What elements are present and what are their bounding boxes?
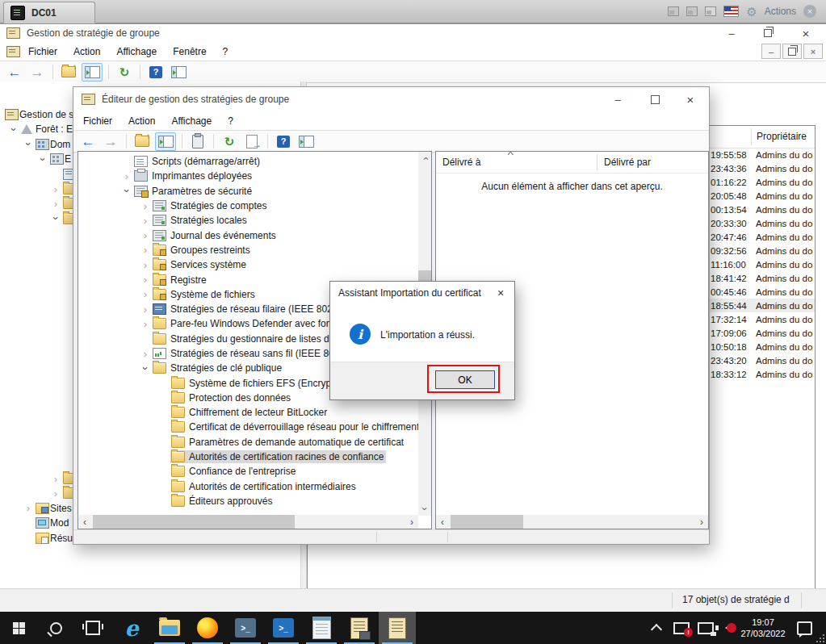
expand-icon[interactable]: › — [139, 349, 152, 359]
refresh-icon[interactable]: ↻ — [115, 64, 134, 81]
up-one-level-icon[interactable] — [132, 133, 152, 150]
action-center-icon[interactable] — [792, 612, 816, 644]
expand-icon[interactable]: › — [139, 201, 152, 211]
tree-item-body[interactable]: Scripts (démarrage/arrêt) — [133, 155, 262, 168]
tree-item[interactable]: Confiance de l'entreprise — [78, 464, 418, 479]
menu-fichier[interactable]: Fichier — [20, 42, 65, 61]
scroll-right-icon[interactable]: › — [695, 515, 708, 529]
tree-item[interactable]: ›Services système — [78, 257, 418, 272]
editor-maximize-button[interactable] — [641, 87, 669, 111]
tree-item-body[interactable]: Stratégies de comptes — [152, 199, 269, 212]
taskbar-internet-explorer-icon[interactable]: e — [113, 612, 150, 644]
scroll-up-icon[interactable]: › — [418, 153, 432, 165]
tree-item[interactable]: Chiffrement de lecteur BitLocker — [78, 405, 418, 420]
tree-item-body[interactable]: Stratégies du gestionnaire de listes de — [152, 332, 337, 345]
expand-icon[interactable]: › — [139, 260, 152, 270]
tree-item[interactable]: Autorités de certification racines de co… — [78, 450, 418, 464]
expand-icon[interactable]: › — [139, 215, 152, 226]
tree-item-body[interactable]: Système de fichiers — [152, 288, 258, 301]
column-header-delivre-a[interactable]: Délivré à — [442, 157, 480, 168]
show-desktop-grip[interactable] — [816, 634, 824, 642]
tree-item-body[interactable]: Stratégies locales — [152, 214, 249, 227]
menu-fenetre[interactable]: Fenêtre — [165, 42, 214, 61]
editor-menu-action[interactable]: Action — [120, 111, 163, 130]
tree-item[interactable]: ›Journal des événements — [78, 228, 418, 242]
tree-item-body[interactable]: Confiance de l'entreprise — [170, 465, 298, 478]
console-tree-toggle-icon[interactable] — [155, 132, 176, 151]
expand-icon[interactable]: › — [50, 184, 61, 194]
scroll-thumb[interactable] — [451, 515, 523, 529]
dialog-close-button[interactable]: × — [487, 282, 514, 304]
column-header-delivre-par[interactable]: Délivré par — [604, 157, 651, 168]
minimize-button[interactable]: – — [718, 24, 745, 42]
editor-minimize-button[interactable]: – — [604, 87, 631, 111]
notification-monitor-icon[interactable]: ! — [670, 612, 693, 644]
tree-item[interactable]: Certificat de déverrouillage réseau pour… — [78, 420, 418, 434]
tree-item-body[interactable]: Protection des données — [170, 391, 293, 404]
taskbar-search-icon[interactable] — [37, 612, 74, 644]
scroll-thumb[interactable] — [93, 515, 295, 529]
tree-item[interactable]: ›Stratégies de comptes — [78, 199, 418, 213]
tree-item[interactable]: ›Paramètres de sécurité — [78, 184, 418, 199]
menu-affichage[interactable]: Affichage — [108, 42, 165, 61]
menu-action[interactable]: Action — [65, 42, 108, 61]
tree-item-body[interactable]: Paramètres de demande automatique de cer… — [170, 436, 406, 449]
taskbar-notepad-icon[interactable] — [303, 612, 340, 644]
expand-icon[interactable]: › — [139, 230, 152, 240]
collapse-icon[interactable]: › — [38, 153, 48, 165]
keyboard-layout-flag-icon[interactable] — [723, 6, 739, 17]
tree-item-body[interactable]: Éditeurs approuvés — [170, 495, 275, 508]
expand-icon[interactable]: › — [139, 304, 152, 315]
network-icon[interactable] — [694, 612, 717, 644]
tree-item-body[interactable]: Autorités de certification racines de co… — [170, 450, 386, 463]
close-button[interactable]: × — [792, 24, 820, 42]
help-icon[interactable]: ? — [274, 133, 293, 150]
ok-button[interactable]: OK — [435, 370, 495, 389]
forward-icon[interactable]: → — [27, 64, 47, 81]
new-window-icon[interactable] — [296, 133, 316, 150]
tree-item-body[interactable]: Journal des événements — [152, 229, 279, 242]
taskbar-powershell-ise-icon[interactable]: >_ — [227, 612, 264, 644]
collapse-icon[interactable]: › — [9, 123, 19, 135]
expand-icon[interactable]: › — [50, 474, 61, 484]
tree-item-body[interactable]: Stratégies de réseau filaire (IEEE 802.3… — [152, 303, 346, 316]
expand-icon[interactable]: › — [50, 199, 61, 209]
mdi-close-button[interactable]: × — [803, 44, 823, 59]
vm-tab-dc01[interactable]: DC01 — [3, 2, 95, 23]
actions-menu[interactable]: Actions — [765, 6, 796, 17]
scroll-left-icon[interactable]: ‹ — [436, 515, 449, 529]
tree-item[interactable]: ›Groupes restreints — [78, 243, 418, 257]
list-hscrollbar[interactable]: ‹ › — [436, 515, 708, 529]
expand-icon[interactable]: › — [139, 319, 152, 329]
tree-item-body[interactable]: Stratégies de clé publique — [152, 362, 284, 374]
collapse-icon[interactable]: › — [140, 362, 151, 374]
collapse-icon[interactable]: › — [51, 213, 61, 224]
scroll-down-icon[interactable]: › — [418, 503, 432, 516]
help-icon[interactable]: ? — [146, 64, 166, 81]
scroll-right-icon[interactable]: › — [405, 515, 418, 529]
tree-item[interactable]: Éditeurs approuvés — [78, 494, 418, 508]
scroll-left-icon[interactable]: ‹ — [78, 515, 91, 529]
collapse-icon[interactable]: › — [122, 185, 132, 198]
tree-item-body[interactable]: Autorités de certification intermédiaire… — [170, 480, 358, 493]
display-size-icon-1[interactable] — [668, 6, 679, 16]
tree-item-body[interactable]: Groupes restreints — [152, 244, 253, 257]
editor-titlebar[interactable]: Éditeur de gestion des stratégies de gro… — [73, 87, 709, 111]
display-size-icon-2[interactable] — [686, 6, 698, 16]
export-list-icon[interactable] — [242, 133, 262, 150]
editor-menu-fichier[interactable]: Fichier — [75, 111, 120, 130]
tree-item-body[interactable]: Paramètres de sécurité — [133, 185, 254, 198]
taskbar-gp-editor-icon[interactable] — [379, 612, 416, 644]
expand-icon[interactable]: › — [120, 171, 133, 182]
tree-hscrollbar[interactable]: ‹ › — [78, 515, 418, 529]
mdi-restore-button[interactable] — [782, 44, 802, 59]
column-header-proprietaire[interactable]: Propriétaire — [757, 131, 807, 142]
taskbar-powershell-icon[interactable]: >_ — [265, 612, 302, 644]
taskbar-start-icon[interactable] — [0, 612, 37, 644]
expand-icon[interactable]: › — [139, 289, 152, 299]
taskbar-firefox-icon[interactable] — [189, 612, 226, 644]
tree-item[interactable]: Scripts (démarrage/arrêt) — [78, 154, 418, 169]
tree-item[interactable]: ›Imprimantes déployées — [78, 169, 418, 183]
taskbar-gpmc-icon[interactable] — [341, 612, 378, 644]
expand-icon[interactable]: › — [23, 503, 34, 513]
